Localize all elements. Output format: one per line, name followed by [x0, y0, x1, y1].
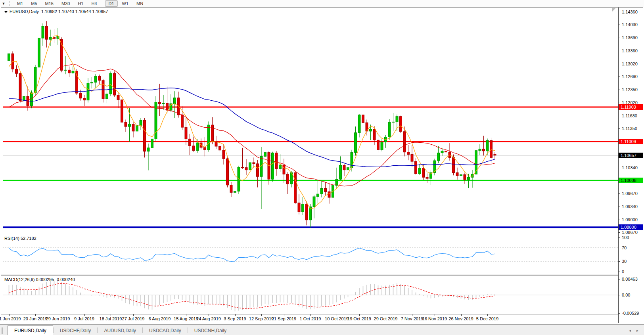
price-axis-label: 1.13360 — [622, 48, 638, 53]
timeframe-button-mn[interactable]: MN — [133, 0, 147, 7]
axis-tick — [619, 90, 620, 90]
timeframe-button-d1[interactable]: D1 — [105, 0, 118, 7]
price-level-label: 1.10008 — [619, 178, 643, 183]
timeframe-button-h1[interactable]: H1 — [74, 0, 87, 7]
price-axis-label: 1.13020 — [622, 61, 638, 66]
axis-tick — [619, 12, 620, 12]
chart-tab-usdcad[interactable]: USDCAD,Daily — [143, 326, 188, 335]
price-level-label: 1.11903 — [619, 104, 643, 110]
price-axis-label: 70 — [622, 245, 627, 250]
price-axis-label: 100 — [622, 235, 629, 240]
time-axis-tick — [386, 314, 386, 316]
time-axis-tick — [9, 314, 10, 316]
macd-plot-area[interactable] — [3, 276, 618, 314]
axis-tick — [619, 272, 620, 272]
time-axis-tick — [461, 314, 462, 316]
axis-tick — [619, 103, 620, 103]
time-axis-tick — [310, 314, 311, 316]
price-chart-plot-area[interactable] — [3, 8, 618, 233]
chart-menu-dropdown-icon[interactable]: ▼ — [0, 2, 7, 6]
price-axis-label: 1.11680 — [622, 113, 637, 118]
toolbar-grip[interactable] — [9, 1, 12, 6]
price-axis-label: 1.10340 — [622, 165, 638, 170]
tab-scroll-right-icon[interactable]: ▸ — [636, 328, 638, 333]
price-axis-label: 1.14360 — [622, 10, 638, 14]
axis-tick — [619, 248, 620, 248]
price-level-label: 1.11009 — [619, 139, 643, 144]
time-axis-tick — [58, 314, 58, 316]
axis-tick — [619, 295, 620, 295]
chart-tab-eurusd[interactable]: EURUSD,Daily — [8, 325, 53, 335]
axis-tick — [619, 237, 620, 238]
timeframe-button-w1[interactable]: W1 — [119, 0, 132, 7]
axis-tick — [619, 128, 620, 129]
price-chart-svg — [3, 8, 618, 233]
tabbar-grip[interactable] — [2, 327, 5, 334]
toolbar-separator — [103, 1, 103, 6]
axis-tick — [619, 193, 620, 194]
chart-info-line: EURUSD,Daily 1.10682 1.10740 1.10544 1.1… — [4, 9, 108, 14]
time-axis-tick — [435, 314, 435, 316]
time-axis-tick — [209, 314, 209, 316]
time-axis-tick — [284, 314, 284, 316]
price-axis-label: 1.11350 — [622, 126, 637, 131]
price-axis-label: -0.00529 — [622, 311, 639, 316]
rsi-svg — [3, 234, 618, 274]
chart-tab-audusd[interactable]: AUDUSD,Daily — [98, 326, 142, 335]
axis-tick — [619, 51, 620, 51]
axis-tick — [619, 38, 620, 38]
time-axis-tick — [261, 314, 262, 316]
axis-tick — [619, 25, 620, 25]
timeframe-button-m30[interactable]: M30 — [58, 0, 73, 7]
axis-tick — [619, 220, 620, 220]
time-axis-tick — [84, 314, 85, 316]
price-axis-label: 1.12690 — [622, 74, 638, 79]
axis-tick — [619, 313, 620, 314]
axis-tick — [619, 279, 620, 279]
price-axis-label: 1.09000 — [622, 217, 638, 222]
price-axis-label: 0.00 — [622, 293, 630, 297]
price-level-label: 1.08800 — [619, 224, 643, 230]
tab-scroll-left-icon[interactable]: ◂ — [629, 328, 631, 333]
price-axis[interactable]: 1.143601.140301.136901.133601.130201.126… — [618, 8, 643, 323]
time-axis-label: 5 Dec 2019 — [470, 316, 505, 321]
time-axis[interactable]: 11 Jun 201920 Jun 201929 Jun 20199 Jul 2… — [1, 314, 643, 324]
price-axis-label: 1.09670 — [622, 191, 638, 196]
rsi-plot-area[interactable] — [3, 234, 618, 274]
chart-tab-usdcnh[interactable]: USDCNH,Daily — [188, 326, 233, 335]
price-axis-label: 1.09340 — [622, 204, 638, 209]
axis-tick — [619, 207, 620, 207]
price-axis-label: 0 — [622, 269, 624, 274]
time-axis-tick — [487, 314, 488, 316]
collapse-triangle-icon[interactable] — [4, 11, 8, 13]
chart-tab-usdchf[interactable]: USDCHF,Daily — [54, 326, 98, 335]
price-axis-label: 1.08670 — [622, 230, 638, 235]
time-axis-tick — [359, 314, 360, 316]
macd-indicator-label: MACD(12,26,9) 0.000295 -0.000240 — [4, 277, 75, 282]
price-axis-label: 1.13690 — [622, 35, 638, 40]
timeframe-button-m1[interactable]: M1 — [13, 0, 27, 7]
axis-tick — [619, 261, 620, 262]
timeframe-button-h4[interactable]: H4 — [88, 0, 100, 7]
time-axis-tick — [111, 314, 111, 316]
timeframe-button-m5[interactable]: M5 — [27, 0, 40, 7]
time-axis-tick — [133, 314, 134, 316]
axis-tick — [619, 232, 620, 233]
price-axis-label: 1.12350 — [622, 87, 638, 92]
axis-tick — [619, 64, 620, 64]
timeframe-button-m15[interactable]: M15 — [42, 0, 57, 7]
chart-tab-bar: EURUSD,DailyUSDCHF,DailyAUDUSD,DailyUSDC… — [0, 324, 644, 335]
price-level-label: 1.10657 — [619, 153, 643, 158]
toolbar-separator — [149, 1, 149, 6]
tab-divider — [233, 327, 233, 333]
price-axis-label: 0.00463 — [622, 277, 638, 281]
axis-tick — [619, 77, 620, 77]
time-axis-tick — [35, 314, 36, 316]
axis-tick — [619, 168, 620, 168]
rsi-indicator-label: RSI(14) 52.7182 — [4, 236, 36, 241]
time-axis-tick — [412, 314, 412, 316]
axis-tick — [619, 116, 620, 116]
timeframe-toolbar: ▼ M1M5M15M30H1H4D1W1MN — [0, 0, 644, 7]
time-axis-tick — [160, 314, 160, 316]
time-axis-tick — [337, 314, 337, 316]
